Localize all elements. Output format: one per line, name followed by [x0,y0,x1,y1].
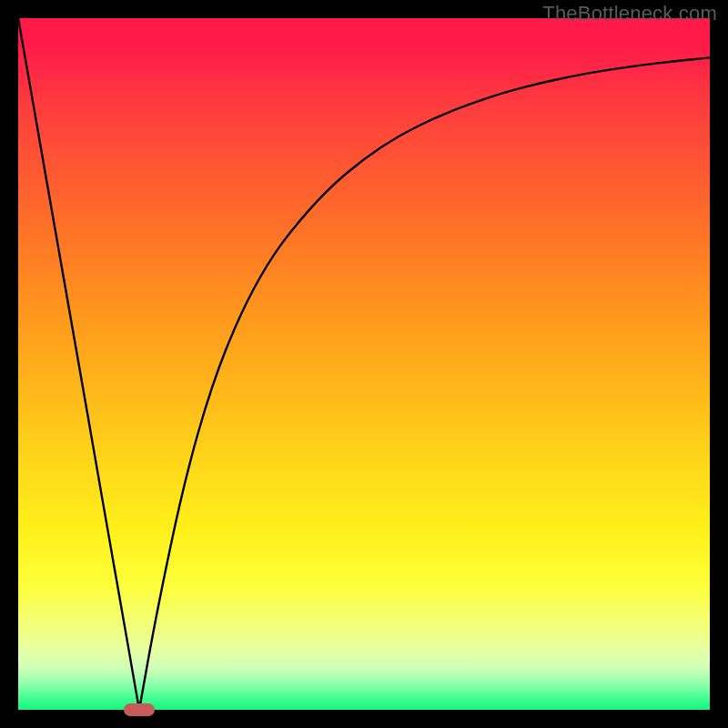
bottleneck-curve [18,18,710,710]
bottleneck-marker [124,703,155,716]
curve-left-branch [18,18,139,710]
chart-frame: TheBottleneck.com [0,0,728,728]
watermark-text: TheBottleneck.com [542,2,717,25]
curve-right-branch [139,57,710,710]
